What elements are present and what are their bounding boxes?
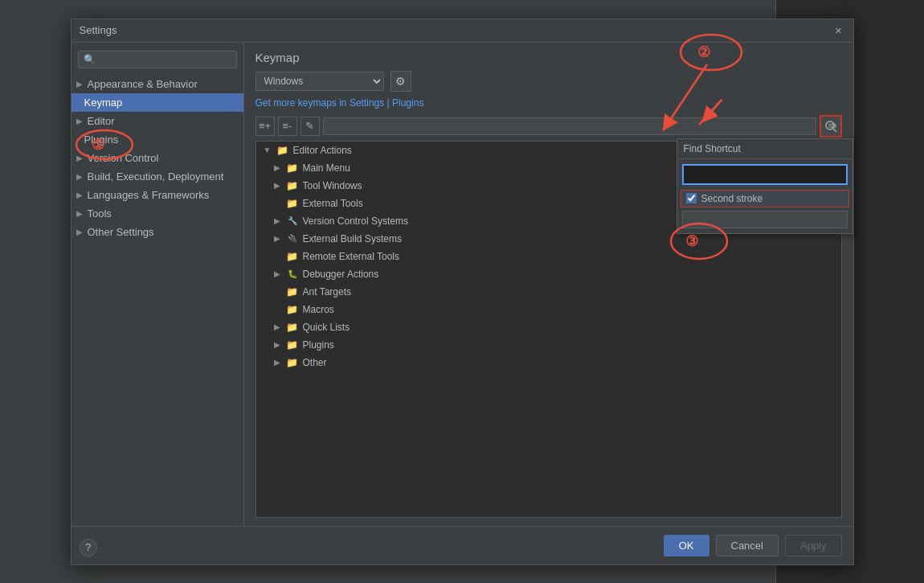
sidebar-item-languages[interactable]: ▶ Languages & Frameworks: [72, 186, 243, 204]
arrow-icon: ▶: [76, 117, 83, 125]
tree-item-label: Quick Lists: [303, 322, 350, 333]
sidebar-item-appearance[interactable]: ▶ Appearance & Behavior: [72, 75, 243, 93]
ok-button[interactable]: OK: [664, 535, 709, 556]
find-shortcut-title: Find Shortcut: [677, 139, 852, 159]
folder-icon: 📁: [287, 198, 298, 209]
close-button[interactable]: ×: [832, 24, 845, 37]
expand-icon: ▶: [272, 358, 282, 367]
expand-icon: ▶: [272, 216, 282, 225]
sidebar-item-label: Languages & Frameworks: [88, 189, 210, 201]
settings-dialog: Settings × ▶ Appearance & Behavior Keyma…: [71, 18, 854, 565]
arrow-icon: ▶: [76, 228, 83, 236]
folder-icon: 📁: [287, 162, 298, 174]
arrow-icon: ▶: [76, 80, 83, 88]
arrow-icon: ▶: [76, 209, 83, 218]
tree-item-label: Debugger Actions: [303, 269, 379, 280]
sidebar-item-build[interactable]: ▶ Build, Execution, Deployment: [72, 167, 243, 186]
expand-icon: ▼: [263, 146, 272, 154]
find-shortcut-main-input[interactable]: [682, 164, 848, 185]
sidebar-item-editor[interactable]: ▶ Editor: [72, 112, 243, 130]
keymap-header: Keymap Windows ⚙ Get more keymaps in Set…: [256, 51, 842, 109]
tree-item[interactable]: 📁 Macros: [256, 301, 841, 318]
tree-item-label: External Tools: [303, 198, 363, 209]
tree-item-label: Editor Actions: [293, 145, 352, 156]
folder-icon: 📁: [287, 322, 298, 333]
second-stroke-checkbox[interactable]: [686, 193, 697, 203]
folder-icon: 📁: [287, 286, 298, 298]
sidebar-item-label: Build, Execution, Deployment: [88, 170, 224, 183]
svg-text:⌨: ⌨: [828, 123, 836, 129]
help-button[interactable]: ?: [80, 539, 97, 556]
expand-icon: ▶: [272, 269, 282, 278]
tree-item-label: Ant Targets: [303, 286, 351, 298]
expand-icon: ▶: [272, 181, 282, 190]
tree-item-label: Other: [303, 357, 327, 368]
sidebar-search-container: [78, 51, 237, 68]
sidebar-item-plugins[interactable]: Plugins: [72, 130, 243, 149]
find-shortcut-second-input[interactable]: [682, 211, 848, 228]
sidebar: ▶ Appearance & Behavior Keymap ▶ Editor …: [72, 43, 244, 526]
vcs-icon: 🔧: [287, 216, 298, 227]
dialog-body: ▶ Appearance & Behavior Keymap ▶ Editor …: [72, 43, 853, 526]
cancel-button[interactable]: Cancel: [716, 535, 779, 556]
tree-item[interactable]: ▶ 🐛 Debugger Actions: [256, 265, 841, 283]
find-shortcut-button[interactable]: ⌨: [820, 115, 842, 138]
tree-item[interactable]: ▶ 📁 Quick Lists: [256, 318, 841, 336]
tree-item[interactable]: ▶ 📁 Other: [256, 354, 841, 372]
titlebar: Settings ×: [72, 19, 853, 43]
find-shortcut-input-row: [677, 159, 852, 190]
tree-item[interactable]: 📁 Remote External Tools: [256, 248, 841, 265]
sidebar-item-label: Other Settings: [88, 226, 154, 238]
sidebar-search-input[interactable]: [78, 51, 237, 68]
expand-icon: ▶: [272, 322, 282, 331]
sidebar-item-label: Keymap: [84, 96, 123, 109]
find-shortcut-icon: ⌨: [824, 120, 837, 133]
folder-icon: 📁: [287, 357, 298, 368]
toolbar-row: ≡+ ≡- ✎ ⌨: [256, 115, 842, 138]
tree-item-label: Main Menu: [303, 162, 350, 174]
expand-icon: ▶: [272, 163, 282, 172]
sidebar-item-label: Editor: [88, 115, 115, 127]
tree-item[interactable]: 📁 Ant Targets: [256, 283, 841, 301]
sidebar-item-label: Plugins: [84, 133, 119, 146]
arrow-icon: ▶: [76, 172, 83, 181]
svg-line-1: [833, 129, 836, 132]
add-item-button[interactable]: ≡+: [256, 117, 275, 136]
folder-icon: 📁: [287, 180, 298, 191]
remove-item-button[interactable]: ≡-: [278, 117, 297, 136]
keymap-settings-button[interactable]: ⚙: [390, 71, 411, 92]
tree-item-label: External Build Systems: [303, 233, 402, 244]
sidebar-item-label: Version Control: [88, 152, 159, 164]
second-stroke-label: Second stroke: [701, 193, 763, 204]
keymap-plugins-link[interactable]: Get more keymaps in Settings | Plugins: [256, 97, 424, 109]
sidebar-item-keymap[interactable]: Keymap: [72, 93, 243, 112]
keymap-search-input[interactable]: [323, 117, 816, 135]
tree-item-label: Plugins: [303, 339, 334, 351]
keymap-title: Keymap: [256, 51, 842, 64]
expand-icon: ▶: [272, 340, 282, 349]
debug-icon: 🐛: [287, 269, 298, 280]
tree-item-label: Tool Windows: [303, 180, 362, 191]
folder-icon: 📁: [287, 251, 298, 262]
folder-icon: 📁: [277, 145, 288, 156]
dialog-footer: OK Cancel Apply: [72, 526, 853, 565]
plugin-icon: 🔌: [287, 233, 298, 244]
arrow-icon: ▶: [76, 191, 83, 199]
tree-item-label: Version Control Systems: [303, 216, 408, 227]
tree-item-label: Remote External Tools: [303, 251, 400, 262]
apply-button[interactable]: Apply: [785, 535, 842, 556]
main-content: Keymap Windows ⚙ Get more keymaps in Set…: [244, 43, 853, 526]
find-shortcut-panel: Find Shortcut Second stroke: [677, 138, 853, 234]
sidebar-item-vcs[interactable]: ▶ Version Control: [72, 149, 243, 167]
sidebar-item-label: Tools: [88, 207, 112, 220]
sidebar-item-other-settings[interactable]: ▶ Other Settings: [72, 223, 243, 241]
second-stroke-row: Second stroke: [681, 190, 849, 207]
tree-item[interactable]: ▶ 📁 Plugins: [256, 336, 841, 354]
keymap-scheme-select[interactable]: Windows: [256, 72, 384, 91]
keymap-row: Windows ⚙: [256, 71, 842, 92]
tree-item-label: Macros: [303, 304, 334, 315]
edit-item-button[interactable]: ✎: [301, 117, 320, 136]
sidebar-item-tools[interactable]: ▶ Tools: [72, 204, 243, 223]
folder-icon: 📁: [287, 304, 298, 315]
folder-icon: 📁: [287, 339, 298, 351]
